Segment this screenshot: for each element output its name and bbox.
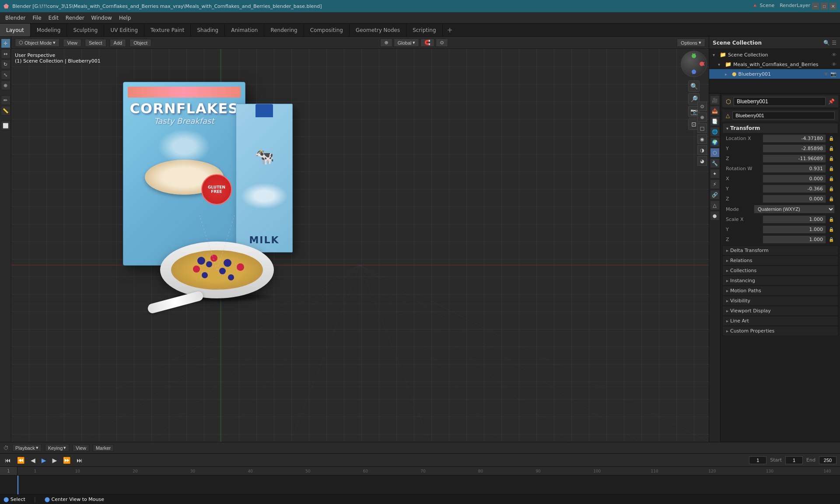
tab-shading[interactable]: Shading	[191, 24, 225, 36]
snap-toggle[interactable]: 🧲	[420, 38, 434, 47]
start-frame-input[interactable]	[785, 456, 803, 464]
prev-keyframe-button[interactable]: ◀	[29, 457, 37, 464]
pin-icon[interactable]: 📌	[828, 98, 835, 105]
scale-x-lock-icon[interactable]: 🔒	[828, 216, 835, 223]
filter-icon[interactable]: ☰	[832, 40, 836, 46]
solid-btn[interactable]: ◉	[697, 134, 707, 144]
constraints-properties-btn[interactable]: 🔗	[710, 190, 720, 200]
menu-help[interactable]: Help	[116, 14, 134, 22]
tab-texture-paint[interactable]: Texture Paint	[144, 24, 191, 36]
meals-eye-icon[interactable]: 👁	[832, 62, 836, 67]
viewport-object-button[interactable]: Object	[130, 39, 151, 47]
tab-layout[interactable]: Layout	[0, 24, 31, 36]
delta-transform-header[interactable]: ▸ Delta Transform	[723, 246, 838, 255]
location-x-value[interactable]: -4.37180	[763, 134, 826, 143]
timeline-view-button[interactable]: View	[73, 444, 89, 452]
view-layer-properties-btn[interactable]: 📑	[710, 116, 720, 126]
wireframe-btn[interactable]: □	[697, 123, 707, 133]
tab-modeling[interactable]: Modeling	[31, 24, 67, 36]
current-frame-input[interactable]	[749, 456, 766, 464]
material-properties-btn[interactable]: ●	[710, 211, 720, 220]
location-z-value[interactable]: -11.96089	[763, 154, 826, 163]
viewport-display-header[interactable]: ▸ Viewport Display	[723, 306, 838, 315]
physics-properties-btn[interactable]: ⚡	[710, 179, 720, 189]
scene-properties-btn[interactable]: 🌐	[710, 127, 720, 136]
move-tool[interactable]: ↔	[1, 49, 10, 59]
tab-rendering[interactable]: Rendering	[264, 24, 304, 36]
mesh-name-input[interactable]	[732, 112, 835, 119]
transform-section-header[interactable]: ▾ Transform	[722, 123, 838, 133]
object-data-properties-btn[interactable]: △	[710, 200, 720, 210]
options-button[interactable]: Options ▾	[677, 38, 705, 47]
transform-tool[interactable]: ⊕	[1, 80, 10, 90]
material-btn[interactable]: ◑	[697, 145, 707, 155]
output-properties-btn[interactable]: 📤	[710, 106, 720, 116]
menu-edit[interactable]: Edit	[45, 14, 62, 22]
menu-window[interactable]: Window	[88, 14, 116, 22]
playback-button[interactable]: Playback ▾	[12, 444, 42, 452]
blueberry-eye-icon[interactable]: 👁	[824, 71, 829, 77]
tab-sculpting[interactable]: Sculpting	[67, 24, 104, 36]
viewport-mode-button[interactable]: ⬡ Object Mode ▾	[15, 38, 60, 47]
cursor-tool[interactable]: ✛	[1, 38, 10, 48]
line-art-header[interactable]: ▸ Line Art	[723, 316, 838, 326]
modifier-properties-btn[interactable]: 🔧	[710, 158, 720, 168]
viewport-select-button[interactable]: Select	[85, 39, 106, 47]
render-properties-btn[interactable]: 🎥	[710, 95, 720, 105]
cornflakes-box[interactable]: CORNFLAKES Tasty Breakfast GLUTEN FREE	[123, 82, 245, 266]
scale-x-value[interactable]: 1.000	[763, 215, 826, 224]
cereal-bowl-group[interactable]	[160, 242, 274, 298]
viewport-transform-btn[interactable]: ⊕	[380, 38, 392, 47]
add-tool[interactable]: ⬜	[1, 121, 10, 130]
world-properties-btn[interactable]: 🌍	[710, 137, 720, 147]
maximize-button[interactable]: □	[821, 3, 828, 10]
blueberry-camera-icon[interactable]: 📷	[830, 71, 836, 77]
tab-uv-editing[interactable]: UV Editing	[104, 24, 144, 36]
tab-geometry-nodes[interactable]: Geometry Nodes	[350, 24, 406, 36]
viewport-add-button[interactable]: Add	[110, 39, 126, 47]
step-back-button[interactable]: ⏪	[16, 457, 26, 464]
menu-blender[interactable]: Blender	[2, 14, 29, 22]
viewport-3d[interactable]: CORNFLAKES Tasty Breakfast GLUTEN FREE	[11, 49, 709, 442]
menu-render[interactable]: Render	[62, 14, 88, 22]
timeline-ruler[interactable]: 1 1 10 20 30 40 50 60 70 80 90 100 110	[0, 467, 840, 494]
location-x-lock-icon[interactable]: 🔒	[828, 135, 835, 142]
collections-header[interactable]: ▸ Collections	[723, 266, 838, 275]
object-properties-btn[interactable]: ⬡	[710, 148, 720, 158]
rotation-w-lock-icon[interactable]: 🔒	[828, 165, 835, 172]
eye-icon[interactable]: 👁	[832, 52, 836, 58]
orientation-sphere[interactable]: X Y Z	[681, 51, 707, 77]
add-workspace-button[interactable]: +	[443, 24, 457, 36]
outliner-row-meals[interactable]: ▾ 📁 Meals_with_Cornflakes_and_Berries 👁	[709, 60, 840, 69]
scale-z-value[interactable]: 1.000	[763, 235, 826, 244]
scale-y-value[interactable]: 1.000	[763, 225, 826, 234]
rotation-z-value[interactable]: 0.000	[763, 195, 826, 203]
rotation-x-value[interactable]: 0.000	[763, 175, 826, 183]
zoom-in-button[interactable]: 🔍	[688, 80, 700, 92]
minimize-button[interactable]: ─	[812, 3, 819, 10]
tab-scripting[interactable]: Scripting	[406, 24, 442, 36]
display-overlays-btn[interactable]: ⊙	[697, 102, 707, 111]
scale-z-lock-icon[interactable]: 🔒	[828, 236, 835, 243]
measure-tool[interactable]: 📏	[1, 106, 10, 116]
location-y-value[interactable]: -2.85898	[763, 144, 826, 153]
end-frame-input[interactable]	[819, 456, 836, 464]
particles-properties-btn[interactable]: ✦	[710, 169, 720, 178]
rotation-x-lock-icon[interactable]: 🔒	[828, 175, 835, 182]
custom-properties-header[interactable]: ▸ Custom Properties	[723, 326, 838, 336]
milk-carton[interactable]: 🐄 MILK	[236, 104, 293, 252]
relations-header[interactable]: ▸ Relations	[723, 256, 838, 265]
location-z-lock-icon[interactable]: 🔒	[828, 155, 835, 162]
rotation-mode-select[interactable]: Quaternion (WXYZ) XYZ Euler Axis Angle	[754, 205, 835, 214]
play-button[interactable]: ▶	[40, 457, 48, 464]
outliner-row-scene-collection[interactable]: ▾ 📁 Scene Collection 👁	[709, 50, 840, 60]
rotation-z-lock-icon[interactable]: 🔒	[828, 196, 835, 203]
scale-tool[interactable]: ⤡	[1, 70, 10, 80]
outliner-row-blueberry[interactable]: ▸ ● Blueberry001 👁 📷	[709, 69, 840, 79]
viewport-global-button[interactable]: Global ▾	[394, 38, 420, 47]
annotate-tool[interactable]: ✏	[1, 95, 10, 105]
close-button[interactable]: ✕	[830, 3, 836, 10]
motion-paths-header[interactable]: ▸ Motion Paths	[723, 286, 838, 295]
menu-file[interactable]: File	[29, 14, 45, 22]
rotate-tool[interactable]: ↻	[1, 60, 10, 69]
